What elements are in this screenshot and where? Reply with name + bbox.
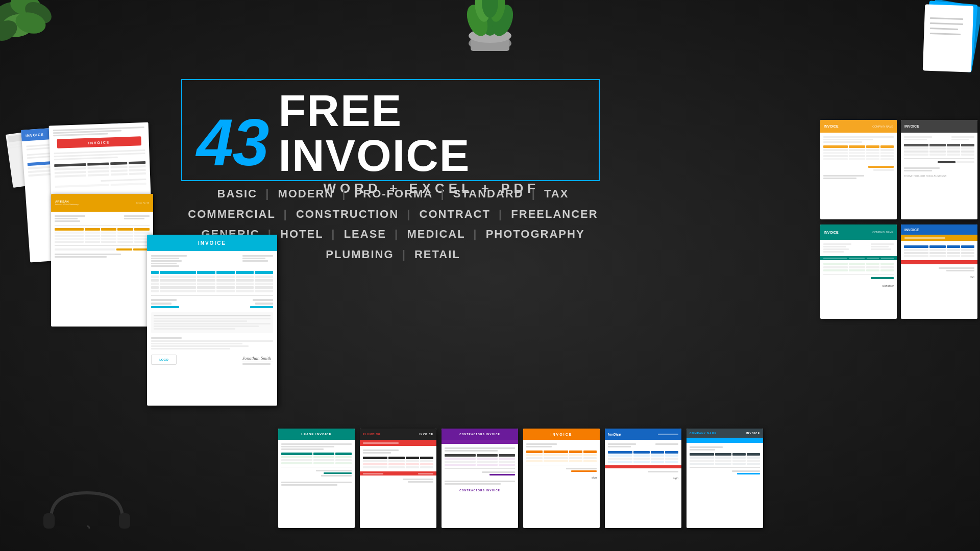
category-line-2: COMMERCIAL | CONSTRUCTION | CONTRACT | F… — [179, 204, 607, 224]
cat-contract: CONTRACT — [420, 208, 491, 220]
blue-invoice-doc: INVOICE — [147, 235, 277, 406]
bottom-thumbnails-row: LEASE INVOICE — [278, 429, 977, 528]
free-invoice-text: FREE INVOICE — [279, 88, 584, 178]
artisan-invoice-stack: ARTISAN Invoice - Office Stationery Invo… — [51, 194, 153, 327]
multicolor-invoice-thumb: INVOICE — [901, 224, 977, 319]
orange-invoice-thumb: INVOICE COMPANY NAME — [820, 120, 897, 219]
lease-invoice-thumb: LEASE INVOICE — [278, 429, 355, 528]
plant-top-decoration — [449, 0, 531, 66]
headphone-decoration — [41, 483, 133, 531]
right-mid-thumbnails: INVOICE COMPANY NAME — [820, 224, 977, 319]
cat-modern: MODERN — [278, 187, 334, 200]
teal-invoice-thumb: INVOICE COMPANY NAME — [820, 224, 897, 319]
cat-proforma: PRO-FORMA — [355, 187, 433, 200]
gray-invoice-thumb: INVOICE — [901, 120, 977, 219]
blue-invoice-header: INVOICE — [147, 235, 277, 251]
number-43: 43 — [197, 109, 268, 176]
cat-commercial: COMMERCIAL — [188, 208, 275, 220]
cat-standard: STANDARD — [453, 187, 524, 200]
cat-freelancer: FREELANCER — [511, 208, 598, 220]
artisan-invoice-thumb: ARTISAN Invoice - Office Stationery Invo… — [51, 194, 153, 327]
category-line-1: BASIC | MODERN | PRO-FORMA | STANDARD | … — [179, 184, 607, 204]
svg-rect-19 — [923, 4, 973, 72]
cat-hotel: HOTEL — [280, 228, 323, 240]
folder-right-decoration — [898, 0, 980, 92]
invoice-stylized-thumb: InvOice — [605, 429, 681, 528]
plumbing-invoice-thumb: PLUMBING INVOICE — [360, 429, 436, 528]
cat-tax: TAX — [544, 187, 569, 200]
right-top-thumbnails: INVOICE COMPANY NAME — [820, 120, 977, 219]
svg-rect-25 — [119, 513, 130, 529]
contractors-invoice-thumb: CONTRACTORS INVOICE — [442, 429, 518, 528]
plant-left-decoration — [0, 0, 66, 61]
cat-basic: BASIC — [217, 187, 257, 200]
cat-plumbing: PLUMBING — [326, 248, 394, 261]
cat-retail: RETAIL — [414, 248, 460, 261]
blue-invoice-title: INVOICE — [198, 240, 226, 246]
svg-rect-24 — [43, 513, 55, 529]
cat-medical: MEDICAL — [407, 228, 465, 240]
cat-lease: LEASE — [344, 228, 386, 240]
cat-photography: PHOTOGRAPHY — [486, 228, 585, 240]
company-name-invoice-thumb: COMPANY NAME INVOICE — [687, 429, 763, 528]
orange-bottom-invoice-thumb: INVOICE — [523, 429, 600, 528]
cat-construction: CONSTRUCTION — [296, 208, 399, 220]
main-blue-invoice: INVOICE — [147, 235, 277, 406]
